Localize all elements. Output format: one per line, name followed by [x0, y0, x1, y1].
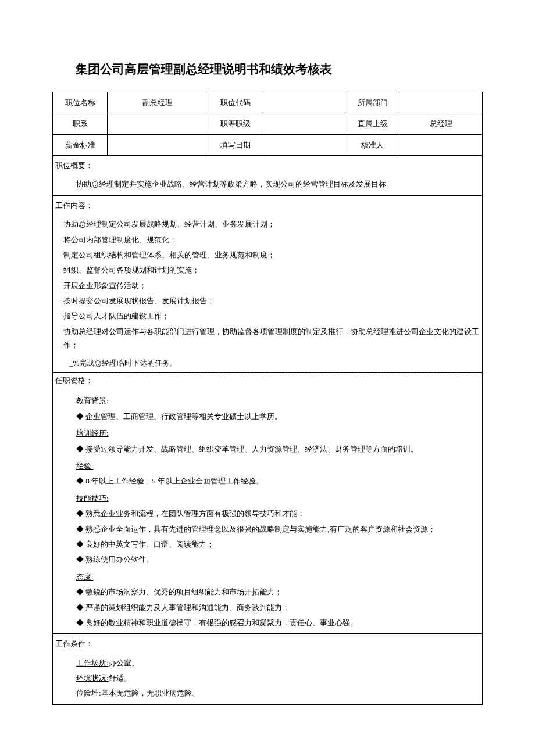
risk-value: 基本无危险，无职业病危险。 — [101, 689, 199, 697]
workplace-value: 办公室。 — [109, 658, 139, 667]
label-salary: 薪金标准 — [53, 134, 108, 155]
page-title: 集团公司高层管理副总经理说明书和绩效考核表 — [76, 58, 483, 80]
label-position-code: 职位代码 — [208, 92, 263, 113]
edu-heading: 教育背景: — [76, 396, 109, 405]
qualification-section: 任职资格： 教育背景: ◆ 企业管理、工商管理、行政管理等相关专业硕士以上学历。… — [52, 372, 483, 634]
content-item: 指导公司人才队伍的建设工作； — [63, 309, 480, 323]
content-item: 协助总经理制定公司发展战略规划、经营计划、业务发展计划； — [63, 217, 480, 231]
label-supervisor: 直属上级 — [345, 113, 400, 134]
value-supervisor: 总经理 — [400, 113, 483, 134]
skill-item: ◆ 熟悉企业业务和流程，在团队管理方面有极强的领导技巧和才能； — [76, 507, 480, 520]
skill-item: ◆ 良好的中英文写作、口语、阅读能力； — [76, 538, 480, 551]
content-item: 制定公司组织结构和管理体系、相关的管理、业务规范和制度； — [63, 248, 480, 261]
skill-item: ◆ 熟悉企业全面运作，具有先进的管理理念以及很强的战略制定与实施能力,有广泛的客… — [76, 522, 480, 536]
conditions-label: 工作条件： — [53, 634, 482, 651]
attitude-item: ◆ 良好的敬业精神和职业道德操守，有很强的感召力和凝聚力，责任心、事业心强。 — [76, 616, 480, 629]
risk-heading: 位险堆: — [76, 689, 101, 697]
label-approver: 核准人 — [345, 134, 400, 155]
overview-section: 职位概要： 协助总经理制定并实施企业战略、经营计划等政策方略，实现公司的经营管理… — [52, 156, 483, 196]
value-date — [263, 134, 345, 155]
label-position-name: 职位名称 — [53, 92, 108, 113]
attitude-item: ◆ 敏锐的市场洞察力、优秀的项目组织能力和市场开拓能力； — [76, 585, 480, 599]
content-last-item: _%完成总经理临时下达的任务。 — [53, 356, 482, 372]
qualification-label: 任职资格： — [53, 372, 482, 388]
skills-heading: 技能技巧: — [76, 494, 109, 503]
content-item: 组织、监督公司各项规划和计划的实施； — [63, 263, 480, 277]
label-grade: 职等职级 — [208, 113, 263, 134]
content-item: 协助总经理对公司运作与各职能部门进行管理，协助监督各项管理制度的制定及推行；协助… — [63, 325, 480, 352]
attitude-heading: 态度: — [76, 572, 94, 581]
overview-label: 职位概要： — [53, 156, 482, 173]
content-item: 开展企业形象宣传活动； — [63, 279, 480, 292]
value-salary — [108, 134, 208, 155]
value-job-series — [108, 113, 208, 134]
content-item: 将公司内部管理制度化、规范化； — [63, 233, 480, 246]
value-department — [400, 92, 483, 113]
value-position-name: 副总经理 — [108, 92, 208, 113]
info-table: 职位名称 副总经理 职位代码 所属部门 职系 职等职级 直属上级 总经理 薪金标… — [52, 92, 483, 156]
content-item: 按时提交公司发展现状报告、发展计划报告； — [63, 294, 480, 307]
environment-heading: 环境状况: — [76, 673, 109, 682]
training-heading: 培训经历: — [76, 429, 109, 438]
attitude-item: ◆ 严谨的策划组织能力及人事管理和沟通能力、商务谈判能力； — [76, 601, 480, 614]
environment-value: 舒适。 — [109, 673, 131, 682]
label-department: 所属部门 — [345, 92, 400, 113]
experience-heading: 经验: — [76, 461, 94, 470]
content-label: 工作内容： — [53, 196, 482, 213]
content-section: 工作内容： 协助总经理制定公司发展战略规划、经营计划、业务发展计划； 将公司内部… — [52, 196, 483, 373]
edu-item: ◆ 企业管理、工商管理、行政管理等相关专业硕士以上学历。 — [76, 410, 480, 423]
conditions-section: 工作条件： 工作场所:办公室。 环境状况:舒适。 位险堆:基本无危险，无职业病危… — [52, 634, 483, 705]
value-grade — [263, 113, 345, 134]
value-approver — [400, 134, 483, 155]
label-date: 填写日期 — [208, 134, 263, 155]
skill-item: ◆ 熟练使用办公软件。 — [76, 553, 480, 566]
value-position-code — [263, 92, 345, 113]
overview-text: 协助总经理制定并实施企业战略、经营计划等政策方略，实现公司的经营管理目标及发展目… — [76, 177, 480, 191]
experience-item: ◆ 8 年以上工作经验，5 年以上企业全面管理工作经验。 — [76, 474, 480, 488]
label-job-series: 职系 — [53, 113, 108, 134]
workplace-heading: 工作场所: — [76, 658, 109, 667]
training-item: ◆ 接受过领导能力开发、战略管理、组织变革管理、人力资源管理、经济法、财务管理等… — [76, 442, 480, 456]
